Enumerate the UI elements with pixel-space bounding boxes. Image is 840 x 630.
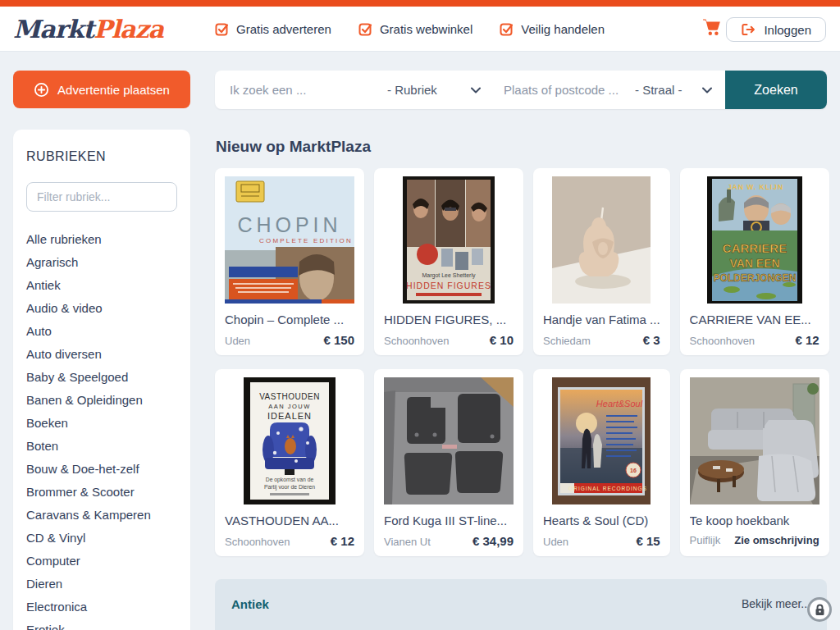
category-item[interactable]: CD & Vinyl bbox=[26, 527, 177, 550]
nav-veilig-handelen[interactable]: Veilig handelen bbox=[500, 22, 605, 36]
listing-image-corner-sofa bbox=[690, 377, 819, 504]
category-item[interactable]: Auto bbox=[26, 320, 177, 343]
polderjongen-title-text: CARRIERE bbox=[722, 241, 786, 255]
category-item[interactable]: Auto diversen bbox=[26, 343, 177, 366]
hidden-figures-author-text: Margot Lee Shetterly bbox=[422, 272, 476, 279]
listing-image: Margot Lee Shetterly HIDDEN FIGURES bbox=[384, 176, 514, 304]
chevron-down-icon bbox=[702, 87, 712, 94]
chopin-title-text: CHOPIN bbox=[237, 213, 341, 236]
vasthouden-sub2-text: Partij voor de Dieren bbox=[264, 484, 315, 491]
login-button[interactable]: Inloggen bbox=[726, 17, 826, 42]
category-item[interactable]: Bouw & Doe-het-zelf bbox=[26, 458, 177, 481]
listing-location: Schoonhoven bbox=[690, 335, 756, 347]
listing-image bbox=[543, 176, 660, 304]
listing-price: € 12 bbox=[331, 534, 354, 548]
listing-location: Schiedam bbox=[543, 335, 591, 347]
category-item[interactable]: Boeken bbox=[26, 412, 177, 435]
category-item[interactable]: Erotiek bbox=[26, 619, 177, 630]
listing-title: Chopin – Complete ... bbox=[225, 313, 354, 326]
listing-image-hidden-figures-book: Margot Lee Shetterly HIDDEN FIGURES bbox=[403, 176, 495, 304]
lock-icon bbox=[815, 604, 825, 616]
category-item[interactable]: Caravans & Kamperen bbox=[26, 504, 177, 527]
category-item[interactable]: Agrarisch bbox=[26, 251, 177, 274]
category-item[interactable]: Antiek bbox=[26, 274, 177, 297]
search-query-input[interactable] bbox=[215, 71, 369, 109]
listing-card[interactable]: CHOPIN COMPLETE EDITION Chopin – Complet… bbox=[215, 168, 364, 355]
post-ad-button[interactable]: Advertentie plaatsen bbox=[13, 71, 190, 108]
listing-location: Schoonhoven bbox=[384, 335, 450, 347]
category-select[interactable]: - Rubriek bbox=[369, 71, 500, 109]
listing-image: JAN W. KLIJN CARRIERE VAN EEN POLDERJONG… bbox=[690, 176, 819, 304]
strip-category-link[interactable]: Antiek bbox=[231, 597, 269, 630]
cart-icon bbox=[702, 18, 722, 36]
listing-price: € 3 bbox=[643, 333, 660, 347]
listing-image bbox=[384, 377, 514, 504]
chevron-down-icon bbox=[471, 87, 481, 94]
category-item[interactable]: Brommer & Scooter bbox=[26, 481, 177, 504]
listing-price: € 10 bbox=[490, 333, 514, 347]
lock-widget-button[interactable] bbox=[807, 597, 832, 622]
hearts-soul-banner-text: ORIGINAL RECORDINGS bbox=[568, 486, 647, 491]
listing-price: Zie omschrijving bbox=[734, 534, 819, 546]
plus-circle-icon bbox=[34, 82, 49, 98]
search-submit-button[interactable]: Zoeken bbox=[725, 71, 827, 109]
category-item[interactable]: Baby & Speelgoed bbox=[26, 366, 177, 389]
listing-card[interactable]: JAN W. KLIJN CARRIERE VAN EEN POLDERJONG… bbox=[680, 168, 829, 355]
login-icon bbox=[741, 23, 756, 36]
listing-image-vasthouden-book: VASTHOUDEN AAN JOUW IDEALEN De opkomst v… bbox=[244, 377, 336, 504]
category-item[interactable]: Electronica bbox=[26, 596, 177, 619]
category-item[interactable]: Banen & Opleidingen bbox=[26, 389, 177, 412]
listing-meta: Puiflijk Zie omschrijving bbox=[690, 534, 819, 546]
radius-select[interactable]: - Straal - bbox=[623, 71, 725, 109]
category-item[interactable]: Dieren bbox=[26, 573, 177, 596]
listings-grid: CHOPIN COMPLETE EDITION Chopin – Complet… bbox=[215, 168, 827, 556]
hearts-soul-badge-text: 16 bbox=[630, 468, 637, 473]
listing-location: Uden bbox=[543, 536, 568, 548]
chopin-subtitle-text: COMPLETE EDITION bbox=[259, 237, 353, 244]
category-item[interactable]: Audio & video bbox=[26, 297, 177, 320]
listing-image bbox=[690, 377, 819, 504]
vasthouden-sub1-text: De opkomst van de bbox=[266, 477, 314, 483]
nav-label: Gratis adverteren bbox=[236, 22, 331, 36]
logo-markt: Markt bbox=[13, 15, 94, 43]
nav-label: Veilig handelen bbox=[521, 22, 605, 36]
category-item[interactable]: Computer bbox=[26, 550, 177, 573]
vasthouden-line2-text: AAN JOUW bbox=[268, 403, 311, 410]
listing-card[interactable]: Te koop hoekbank Puiflijk Zie omschrijvi… bbox=[680, 369, 829, 556]
nav-gratis-webwinkel[interactable]: Gratis webwinkel bbox=[358, 22, 472, 36]
polderjongen-title-text: VAN EEN bbox=[729, 257, 779, 270]
strip-more-link[interactable]: Bekijk meer... bbox=[742, 597, 810, 630]
category-select-value: - Rubriek bbox=[387, 83, 437, 97]
listing-meta: Schoonhoven € 12 bbox=[225, 534, 354, 548]
category-item[interactable]: Boten bbox=[26, 435, 177, 458]
listing-price: € 15 bbox=[636, 534, 660, 548]
nav-gratis-adverteren[interactable]: Gratis adverteren bbox=[215, 22, 331, 36]
listing-location: Uden bbox=[225, 335, 250, 347]
search-place-input[interactable] bbox=[500, 71, 623, 109]
logo[interactable]: MarktPlaza bbox=[13, 15, 163, 43]
category-filter-input[interactable] bbox=[26, 182, 177, 212]
listing-title: Hearts & Soul (CD) bbox=[543, 514, 660, 527]
listing-meta: Uden € 150 bbox=[225, 333, 354, 347]
nav-label: Gratis webwinkel bbox=[380, 22, 472, 36]
checkbox-check-icon bbox=[500, 22, 514, 36]
polderjongen-title-text: POLDERJONGEN bbox=[713, 272, 796, 284]
listing-title: VASTHOUDEN AA... bbox=[225, 514, 354, 527]
listing-card[interactable]: Heart&Soul 16 ORIGINAL RECORDINGS Hearts… bbox=[533, 369, 670, 556]
listing-location: Vianen Ut bbox=[384, 536, 431, 548]
category-item[interactable]: Alle rubrieken bbox=[26, 228, 177, 251]
cart-button[interactable] bbox=[702, 18, 724, 39]
listing-meta: Schoonhoven € 12 bbox=[690, 333, 819, 347]
login-label: Inloggen bbox=[764, 23, 811, 37]
checkbox-check-icon bbox=[215, 22, 229, 36]
listing-card[interactable]: VASTHOUDEN AAN JOUW IDEALEN De opkomst v… bbox=[215, 369, 364, 556]
listing-image-polderjongen-book: JAN W. KLIJN CARRIERE VAN EEN POLDERJONG… bbox=[707, 176, 802, 304]
listing-price: € 34,99 bbox=[472, 534, 514, 548]
listing-card[interactable]: Ford Kuga III ST-line... Vianen Ut € 34,… bbox=[374, 369, 523, 556]
polderjongen-author-text: JAN W. KLIJN bbox=[727, 183, 783, 191]
listing-card[interactable]: Handje van Fatima ... Schiedam € 3 bbox=[533, 168, 670, 355]
vasthouden-line1-text: VASTHOUDEN bbox=[259, 392, 320, 401]
radius-select-value: - Straal - bbox=[635, 83, 682, 97]
listing-card[interactable]: Margot Lee Shetterly HIDDEN FIGURES HIDD… bbox=[374, 168, 523, 355]
listing-title: Te koop hoekbank bbox=[690, 514, 819, 527]
